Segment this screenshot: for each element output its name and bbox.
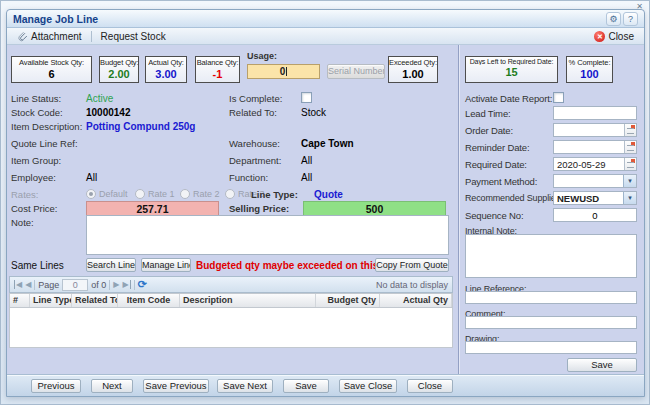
calendar-icon[interactable]	[624, 141, 636, 153]
refresh-icon[interactable]: ⟳	[138, 278, 147, 291]
dialog-content: Available Stock Qty: 6 Budget Qty: 2.00 …	[7, 45, 644, 374]
pager-prev-icon[interactable]: ◀	[25, 280, 31, 289]
recommended-supplier-select[interactable]: NEWUSD ▾	[553, 191, 637, 205]
copy-from-quote-button[interactable]: Copy From Quote	[375, 258, 449, 272]
warehouse-value: Cape Town	[301, 138, 354, 149]
grid-column-number[interactable]: #	[10, 294, 30, 307]
is-complete-checkbox[interactable]	[301, 92, 312, 103]
chevron-down-icon[interactable]: ▾	[623, 192, 636, 204]
request-stock-button[interactable]: Request Stock	[96, 30, 171, 43]
grid-column-item-code[interactable]: Item Code	[118, 294, 180, 307]
next-button[interactable]: Next	[91, 379, 133, 393]
rate-option-rate1[interactable]: Rate 1	[135, 189, 175, 199]
text-caret	[286, 67, 287, 76]
lead-time-label: Lead Time:	[465, 108, 511, 119]
rate-option-rate2[interactable]: Rate 2	[180, 189, 220, 199]
item-description-label: Item Description:	[11, 121, 82, 132]
grid-header: # Line Type Related To Item Code Descrip…	[9, 293, 453, 308]
save-panel-button[interactable]: Save	[567, 358, 637, 372]
comment-input[interactable]	[465, 316, 637, 329]
dialog-titlebar[interactable]: Manage Job Line ⚙ ?	[7, 10, 644, 28]
order-date-input[interactable]	[553, 123, 637, 137]
usage-input[interactable]: 0	[247, 64, 320, 79]
required-date-input[interactable]: 2020-05-29	[553, 157, 637, 171]
pager-first-icon[interactable]: ◀	[14, 280, 22, 289]
line-type-label: Line Type:	[251, 189, 298, 200]
no-data-text: No data to display	[150, 280, 448, 290]
stock-code-label: Stock Code:	[11, 107, 63, 118]
rate-option-default[interactable]: Default	[86, 189, 128, 199]
save-button[interactable]: Save	[283, 379, 329, 393]
calendar-icon[interactable]	[624, 158, 636, 170]
calendar-icon[interactable]	[624, 124, 636, 136]
save-previous-button[interactable]: Save Previous	[143, 379, 209, 393]
note-textarea[interactable]	[86, 215, 449, 255]
available-stock-qty-label: Available Stock Qty:	[12, 58, 91, 67]
related-to-label: Related To:	[229, 107, 277, 118]
close-footer-button[interactable]: Close	[407, 379, 453, 393]
actual-qty-box: Actual Qty: 3.00	[145, 56, 187, 83]
serial-number-button[interactable]: Serial Number	[327, 64, 385, 79]
grid-column-description[interactable]: Description	[180, 294, 316, 307]
department-value: All	[301, 155, 312, 166]
item-group-label: Item Group:	[11, 155, 61, 166]
payment-method-select[interactable]: ▾	[553, 174, 637, 188]
chevron-down-icon[interactable]: ▾	[623, 175, 636, 187]
sequence-no-input[interactable]	[553, 208, 637, 222]
grid-column-related-to[interactable]: Related To	[72, 294, 118, 307]
available-stock-qty-value: 6	[12, 68, 91, 80]
percent-complete-value: 100	[567, 68, 612, 80]
lead-time-input[interactable]	[553, 106, 637, 120]
budget-qty-label: Budget Qty:	[100, 58, 138, 67]
previous-button[interactable]: Previous	[31, 379, 81, 393]
radio-rate3-icon	[225, 189, 235, 199]
manage-job-line-dialog: Manage Job Line ⚙ ? Attachment Request S…	[6, 9, 645, 397]
pager-last-icon[interactable]: ▶	[123, 280, 131, 289]
save-next-button[interactable]: Save Next	[217, 379, 273, 393]
sequence-no-label: Sequence No:	[465, 210, 523, 221]
paperclip-icon	[17, 31, 28, 42]
dialog-footer: Previous Next Save Previous Save Next Sa…	[7, 374, 644, 396]
available-stock-qty-box: Available Stock Qty: 6	[11, 56, 92, 83]
pager-next-icon[interactable]: ▶	[113, 280, 119, 289]
rates-label: Rates:	[11, 189, 38, 200]
grid-column-line-type[interactable]: Line Type	[30, 294, 72, 307]
radio-rate2-icon	[180, 189, 190, 199]
close-label: Close	[608, 31, 634, 42]
help-icon[interactable]: ?	[623, 12, 638, 26]
line-reference-input[interactable]	[465, 291, 637, 304]
close-button[interactable]: ✕ Close	[589, 30, 639, 43]
budget-qty-box: Budget Qty: 2.00	[99, 56, 139, 83]
grid-pager: ◀ ◀ Page 0 of 0 ▶ ▶ ⟳ No data to display	[9, 276, 453, 293]
gear-icon[interactable]: ⚙	[606, 12, 621, 26]
save-close-button[interactable]: Save Close	[339, 379, 397, 393]
dialog-toolbar: Attachment Request Stock ✕ Close	[7, 28, 644, 45]
internal-note-textarea[interactable]	[465, 234, 637, 278]
pager-page-input[interactable]: 0	[62, 279, 88, 291]
close-icon: ✕	[594, 31, 605, 42]
reminder-date-input[interactable]	[553, 140, 637, 154]
usage-value: 0	[280, 66, 286, 77]
payment-method-label: Payment Method:	[465, 176, 537, 187]
exceeded-qty-box: Exceeded Qty: 1.00	[388, 56, 438, 83]
dialog-title: Manage Job Line	[13, 13, 604, 25]
balance-qty-value: -1	[196, 68, 239, 80]
reminder-date-label: Reminder Date:	[465, 142, 529, 153]
search-lines-button[interactable]: Search Lines	[86, 258, 136, 272]
balance-qty-label: Balance Qty:	[196, 58, 239, 67]
grid-column-actual-qty[interactable]: Actual Qty	[380, 294, 452, 307]
attachment-button[interactable]: Attachment	[12, 30, 87, 43]
activate-date-report-checkbox[interactable]	[553, 92, 564, 103]
recommended-supplier-label: Recommended Supplier:	[465, 193, 561, 203]
drawing-input[interactable]	[465, 341, 637, 354]
grid-body-empty[interactable]	[9, 308, 453, 348]
budget-qty-value: 2.00	[100, 68, 138, 80]
function-label: Function:	[229, 172, 268, 183]
radio-default-icon	[86, 189, 96, 199]
parent-window: ✕ Manage Job Line ⚙ ? Attachment Request…	[0, 0, 650, 405]
activate-date-report-label: Activate Date Report:	[465, 93, 552, 104]
line-status-label: Line Status:	[11, 93, 61, 104]
manage-line-button[interactable]: Manage Line	[141, 258, 191, 272]
actual-qty-value: 3.00	[146, 68, 186, 80]
grid-column-budget-qty[interactable]: Budget Qty	[316, 294, 380, 307]
